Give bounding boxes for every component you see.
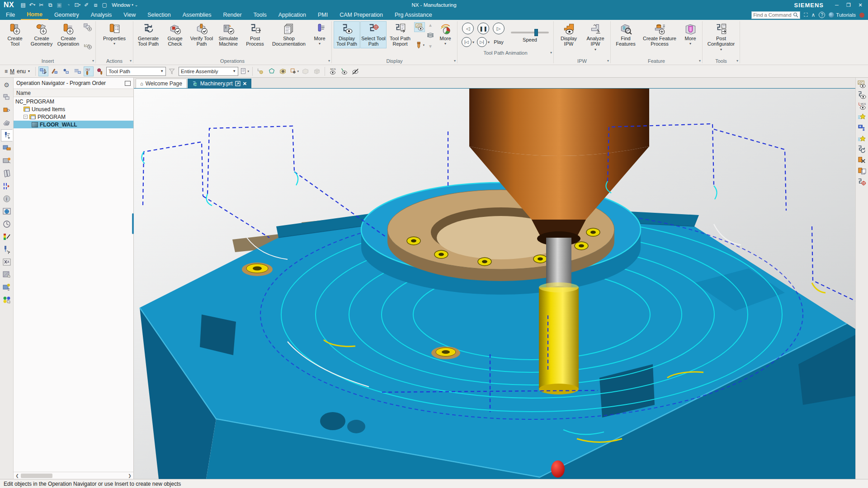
group-dropdown-icon[interactable]: ▾ [454, 59, 456, 63]
tree-row-nc-program[interactable]: NC_PROGRAM [14, 98, 133, 105]
cascade-window-icon[interactable]: ⧈ [91, 1, 100, 9]
fullscreen-icon[interactable]: ⛶ [804, 12, 807, 18]
ipw-overlay-icon[interactable] [414, 22, 425, 32]
window-menu[interactable]: Window▾⌄ [112, 2, 138, 8]
find-command-input[interactable] [753, 12, 793, 18]
tab-view[interactable]: View [118, 11, 142, 19]
minimize-ribbon-icon[interactable]: ∧ [811, 12, 816, 18]
tree-row-unused-items[interactable]: Unused Items [14, 105, 133, 113]
history-icon[interactable]: ⊡▾ [73, 1, 82, 9]
column-header-name[interactable]: Name [14, 89, 133, 97]
find-command-box[interactable] [751, 11, 800, 19]
tab-application[interactable]: Application [273, 11, 312, 19]
undo-icon[interactable]: ↶▾ [28, 1, 37, 9]
speed-slider[interactable] [511, 32, 549, 33]
save-icon[interactable]: ▤ [19, 1, 28, 9]
type-filter-combobox[interactable]: Tool Path▼ [106, 67, 166, 76]
3d-canvas[interactable] [134, 89, 855, 479]
navigator-settings-icon[interactable]: ⚙ [1, 79, 13, 91]
show-datum-icon[interactable] [339, 66, 349, 76]
sequence-icon[interactable]: 757 [84, 66, 94, 76]
quick-toolpath-icon[interactable] [857, 112, 867, 121]
close-tab-icon[interactable]: ✕ [243, 81, 247, 87]
group-dropdown-icon[interactable]: ▾ [550, 51, 552, 55]
point-snap-icon[interactable]: ▾ [289, 66, 299, 76]
group-dropdown-icon[interactable]: ▾ [607, 59, 609, 63]
hide-icon[interactable] [350, 66, 360, 76]
tab-prg-assistance[interactable]: Prg Assistance [389, 11, 438, 19]
group-dropdown-icon[interactable]: ▾ [699, 59, 701, 63]
operation-navigator-icon[interactable] [1, 129, 13, 141]
materials-icon[interactable] [1, 268, 13, 281]
roles-icon[interactable] [1, 294, 13, 306]
play-button[interactable]: ▷ [493, 23, 505, 34]
part-navigator-icon[interactable] [1, 117, 13, 129]
simulate-machine-button[interactable]: Simulate Machine [215, 21, 241, 48]
feature-more-button[interactable]: More ▾ [680, 21, 700, 47]
tool-path-report-button[interactable]: Tool Path Report [387, 21, 413, 48]
generate-tool-path-button[interactable]: Generate Tool Path [135, 21, 161, 48]
analyze-ipw-button[interactable]: Analyze IPW ▾ [582, 21, 609, 53]
group-dropdown-icon[interactable]: ▾ [328, 59, 330, 63]
touch-mode-icon[interactable]: ✐ [82, 1, 91, 9]
tree-row-floor-wall[interactable]: FLOOR_WALL [14, 121, 133, 128]
tab-welcome-page[interactable]: ⌂ Welcome Page [136, 79, 187, 88]
operations-more-button[interactable]: More ▾ [310, 21, 330, 47]
shop-documentation-button[interactable]: Shop Documentation [269, 21, 309, 48]
process-studio-icon[interactable] [1, 180, 13, 192]
collapse-icon[interactable]: − [24, 115, 28, 119]
display-mcs-eye-icon[interactable]: MCS [857, 101, 867, 110]
navigator-hscrollbar[interactable]: ❮ ❯ [14, 472, 133, 479]
tab-analysis[interactable]: Analysis [85, 11, 118, 19]
reuse-library-icon[interactable] [1, 167, 13, 179]
tab-cam-preperation[interactable]: CAM Preperation [334, 11, 389, 19]
group-dropdown-icon[interactable]: ▾ [92, 59, 94, 63]
group-dropdown-icon[interactable]: ▾ [130, 59, 132, 63]
regenerate-toolpath-icon[interactable] [857, 145, 867, 154]
tab-assemblies[interactable]: Assemblies [177, 11, 217, 19]
visualization-icon[interactable] [1, 230, 13, 243]
group-dropdown-icon[interactable]: ▾ [736, 59, 738, 63]
go-to-start-button[interactable]: |◁ [462, 37, 472, 47]
close-button[interactable]: ✕ [855, 2, 865, 8]
tab-machinery-prt[interactable]: Machinery.prt ✕ [188, 79, 251, 88]
layers-icon[interactable] [427, 33, 434, 39]
constraint-navigator-icon[interactable] [1, 104, 13, 116]
speed-slider-handle[interactable] [534, 29, 538, 36]
tab-tools[interactable]: Tools [248, 11, 273, 19]
minimize-button[interactable]: ─ [832, 2, 842, 8]
verify-tool-path-button[interactable]: Verify Tool Path [189, 21, 215, 48]
pause-button[interactable]: ❚❚ [477, 23, 489, 34]
create-program-icon[interactable] [82, 40, 93, 50]
create-feature-process-button[interactable]: Create Feature Process [639, 21, 680, 48]
restore-button[interactable]: ❐ [844, 2, 854, 8]
assembly-navigator-icon[interactable] [1, 91, 13, 103]
tree-row-program[interactable]: − PROGRAM [14, 113, 133, 121]
ellipse-snap-icon[interactable] [267, 66, 277, 76]
modified-icon[interactable] [235, 81, 241, 86]
delete-toolpath-icon[interactable] [857, 155, 867, 164]
display-ipw-button[interactable]: Display IPW [556, 21, 582, 48]
tool-axis-icon[interactable] [95, 66, 105, 76]
create-tool-button[interactable]: Create Tool [2, 21, 28, 48]
go-to-end-button[interactable]: ▷| [477, 37, 487, 47]
measure-icon[interactable] [1, 243, 13, 255]
properties-button[interactable]: Properties ▾ [98, 21, 131, 47]
tool-display-icon[interactable]: ▾ [414, 40, 425, 50]
tools-palette-icon[interactable] [1, 256, 13, 268]
copy-icon[interactable]: ⧉ [46, 1, 55, 9]
selection-list-icon[interactable] [72, 66, 82, 76]
find-features-button[interactable]: Find Features [613, 21, 639, 48]
point-on-solid-icon[interactable] [278, 66, 288, 76]
locate-toolpath-icon[interactable] [857, 177, 867, 186]
menu-button[interactable]: ≡MMenuenu▾ [2, 68, 33, 75]
info-icon[interactable]: i [1, 192, 13, 205]
cut-icon[interactable]: ✂ [37, 1, 46, 9]
tab-home[interactable]: Home [21, 10, 48, 20]
history-icon[interactable] [1, 218, 13, 230]
display-toolpath-eye-icon[interactable] [857, 90, 867, 99]
display-tool-path-button[interactable]: Display Tool Path [334, 21, 360, 48]
tab-selection[interactable]: Selection [142, 11, 176, 19]
tab-file[interactable]: File [0, 11, 21, 19]
display-more-button[interactable]: More ▾ [435, 21, 455, 47]
